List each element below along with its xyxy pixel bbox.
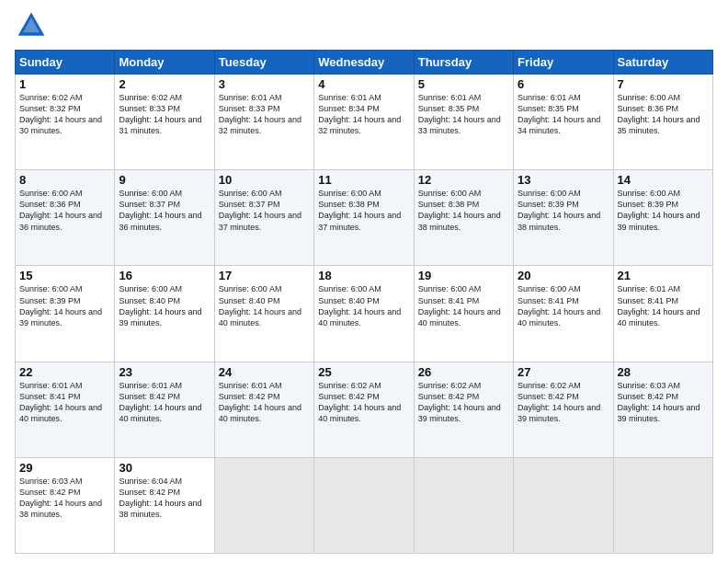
day-info: Sunrise: 6:00 AMSunset: 8:38 PMDaylight:… — [318, 189, 401, 231]
day-number: 8 — [19, 173, 110, 187]
day-cell: 29 Sunrise: 6:03 AMSunset: 8:42 PMDaylig… — [16, 457, 115, 553]
day-number: 23 — [119, 365, 210, 379]
day-number: 19 — [418, 269, 509, 282]
day-cell — [414, 457, 513, 553]
day-info: Sunrise: 6:01 AMSunset: 8:41 PMDaylight:… — [19, 381, 102, 423]
day-cell: 13 Sunrise: 6:00 AMSunset: 8:39 PMDaylig… — [514, 170, 613, 266]
day-cell: 4 Sunrise: 6:01 AMSunset: 8:34 PMDayligh… — [314, 75, 414, 170]
day-number: 6 — [518, 77, 609, 91]
day-cell: 17 Sunrise: 6:00 AMSunset: 8:40 PMDaylig… — [214, 266, 313, 362]
day-info: Sunrise: 6:00 AMSunset: 8:39 PMDaylight:… — [518, 189, 600, 231]
day-number: 13 — [518, 173, 609, 187]
day-info: Sunrise: 6:01 AMSunset: 8:33 PMDaylight:… — [219, 93, 301, 135]
day-number: 5 — [418, 77, 509, 91]
day-number: 15 — [19, 269, 110, 282]
day-info: Sunrise: 6:01 AMSunset: 8:35 PMDaylight:… — [518, 93, 600, 135]
col-header-sunday: Sunday — [16, 51, 115, 75]
header-row: SundayMondayTuesdayWednesdayThursdayFrid… — [16, 51, 713, 75]
day-info: Sunrise: 6:02 AMSunset: 8:32 PMDaylight:… — [19, 93, 102, 135]
week-row-4: 22 Sunrise: 6:01 AMSunset: 8:41 PMDaylig… — [16, 362, 713, 457]
day-cell: 23 Sunrise: 6:01 AMSunset: 8:42 PMDaylig… — [115, 362, 214, 457]
week-row-2: 8 Sunrise: 6:00 AMSunset: 8:36 PMDayligh… — [16, 170, 713, 266]
day-cell: 10 Sunrise: 6:00 AMSunset: 8:37 PMDaylig… — [214, 170, 313, 266]
day-cell: 11 Sunrise: 6:00 AMSunset: 8:38 PMDaylig… — [314, 170, 414, 266]
day-info: Sunrise: 6:02 AMSunset: 8:42 PMDaylight:… — [418, 381, 501, 423]
day-number: 18 — [318, 269, 409, 282]
day-info: Sunrise: 6:00 AMSunset: 8:41 PMDaylight:… — [418, 284, 501, 327]
day-cell: 9 Sunrise: 6:00 AMSunset: 8:37 PMDayligh… — [115, 170, 214, 266]
day-cell: 21 Sunrise: 6:01 AMSunset: 8:41 PMDaylig… — [613, 266, 712, 362]
day-number: 29 — [19, 461, 110, 475]
day-info: Sunrise: 6:02 AMSunset: 8:42 PMDaylight:… — [518, 381, 600, 423]
col-header-saturday: Saturday — [613, 51, 712, 75]
day-info: Sunrise: 6:03 AMSunset: 8:42 PMDaylight:… — [618, 381, 700, 423]
day-info: Sunrise: 6:00 AMSunset: 8:37 PMDaylight:… — [219, 189, 301, 231]
day-number: 27 — [518, 365, 609, 379]
day-number: 26 — [418, 365, 509, 379]
day-cell: 19 Sunrise: 6:00 AMSunset: 8:41 PMDaylig… — [414, 266, 513, 362]
col-header-wednesday: Wednesday — [314, 51, 414, 75]
day-cell: 30 Sunrise: 6:04 AMSunset: 8:42 PMDaylig… — [115, 457, 214, 553]
day-info: Sunrise: 6:00 AMSunset: 8:40 PMDaylight:… — [119, 284, 201, 327]
day-cell: 1 Sunrise: 6:02 AMSunset: 8:32 PMDayligh… — [16, 75, 115, 170]
day-number: 1 — [19, 77, 110, 91]
day-cell: 16 Sunrise: 6:00 AMSunset: 8:40 PMDaylig… — [115, 266, 214, 362]
day-number: 20 — [518, 269, 609, 282]
day-cell — [613, 457, 712, 553]
logo-icon — [15, 9, 48, 42]
day-number: 22 — [19, 365, 110, 379]
col-header-tuesday: Tuesday — [214, 51, 313, 75]
day-cell: 28 Sunrise: 6:03 AMSunset: 8:42 PMDaylig… — [613, 362, 712, 457]
day-number: 11 — [318, 173, 409, 187]
day-cell: 26 Sunrise: 6:02 AMSunset: 8:42 PMDaylig… — [414, 362, 513, 457]
day-cell: 20 Sunrise: 6:00 AMSunset: 8:41 PMDaylig… — [514, 266, 613, 362]
day-info: Sunrise: 6:00 AMSunset: 8:37 PMDaylight:… — [119, 189, 201, 231]
day-info: Sunrise: 6:04 AMSunset: 8:42 PMDaylight:… — [119, 477, 201, 519]
col-header-friday: Friday — [514, 51, 613, 75]
day-info: Sunrise: 6:00 AMSunset: 8:38 PMDaylight:… — [418, 189, 501, 231]
day-number: 16 — [119, 269, 210, 282]
day-info: Sunrise: 6:00 AMSunset: 8:36 PMDaylight:… — [618, 93, 700, 135]
day-number: 28 — [618, 365, 709, 379]
day-cell: 12 Sunrise: 6:00 AMSunset: 8:38 PMDaylig… — [414, 170, 513, 266]
day-cell: 15 Sunrise: 6:00 AMSunset: 8:39 PMDaylig… — [16, 266, 115, 362]
day-cell: 3 Sunrise: 6:01 AMSunset: 8:33 PMDayligh… — [214, 75, 313, 170]
logo — [15, 9, 53, 42]
day-cell: 14 Sunrise: 6:00 AMSunset: 8:39 PMDaylig… — [613, 170, 712, 266]
day-info: Sunrise: 6:00 AMSunset: 8:40 PMDaylight:… — [318, 284, 401, 327]
day-number: 10 — [219, 173, 310, 187]
day-info: Sunrise: 6:03 AMSunset: 8:42 PMDaylight:… — [19, 477, 102, 519]
day-number: 24 — [219, 365, 310, 379]
week-row-5: 29 Sunrise: 6:03 AMSunset: 8:42 PMDaylig… — [16, 457, 713, 553]
week-row-3: 15 Sunrise: 6:00 AMSunset: 8:39 PMDaylig… — [16, 266, 713, 362]
day-info: Sunrise: 6:00 AMSunset: 8:36 PMDaylight:… — [19, 189, 102, 231]
header — [15, 9, 713, 42]
day-info: Sunrise: 6:00 AMSunset: 8:39 PMDaylight:… — [19, 284, 102, 327]
page: SundayMondayTuesdayWednesdayThursdayFrid… — [0, 0, 728, 563]
day-info: Sunrise: 6:02 AMSunset: 8:42 PMDaylight:… — [318, 381, 401, 423]
col-header-monday: Monday — [115, 51, 214, 75]
week-row-1: 1 Sunrise: 6:02 AMSunset: 8:32 PMDayligh… — [16, 75, 713, 170]
day-cell: 6 Sunrise: 6:01 AMSunset: 8:35 PMDayligh… — [514, 75, 613, 170]
day-info: Sunrise: 6:01 AMSunset: 8:41 PMDaylight:… — [618, 284, 700, 327]
day-number: 30 — [119, 461, 210, 475]
day-info: Sunrise: 6:00 AMSunset: 8:39 PMDaylight:… — [618, 189, 700, 231]
day-number: 3 — [219, 77, 310, 91]
col-header-thursday: Thursday — [414, 51, 513, 75]
day-cell: 22 Sunrise: 6:01 AMSunset: 8:41 PMDaylig… — [16, 362, 115, 457]
day-info: Sunrise: 6:01 AMSunset: 8:34 PMDaylight:… — [318, 93, 401, 135]
day-info: Sunrise: 6:01 AMSunset: 8:42 PMDaylight:… — [219, 381, 301, 423]
day-cell: 24 Sunrise: 6:01 AMSunset: 8:42 PMDaylig… — [214, 362, 313, 457]
day-cell: 25 Sunrise: 6:02 AMSunset: 8:42 PMDaylig… — [314, 362, 414, 457]
day-info: Sunrise: 6:01 AMSunset: 8:42 PMDaylight:… — [119, 381, 201, 423]
calendar-table: SundayMondayTuesdayWednesdayThursdayFrid… — [15, 50, 713, 554]
day-number: 14 — [618, 173, 709, 187]
day-number: 4 — [318, 77, 409, 91]
day-number: 2 — [119, 77, 210, 91]
day-cell: 2 Sunrise: 6:02 AMSunset: 8:33 PMDayligh… — [115, 75, 214, 170]
day-info: Sunrise: 6:00 AMSunset: 8:41 PMDaylight:… — [518, 284, 600, 327]
day-cell: 18 Sunrise: 6:00 AMSunset: 8:40 PMDaylig… — [314, 266, 414, 362]
day-cell: 5 Sunrise: 6:01 AMSunset: 8:35 PMDayligh… — [414, 75, 513, 170]
day-cell: 7 Sunrise: 6:00 AMSunset: 8:36 PMDayligh… — [613, 75, 712, 170]
day-number: 21 — [618, 269, 709, 282]
